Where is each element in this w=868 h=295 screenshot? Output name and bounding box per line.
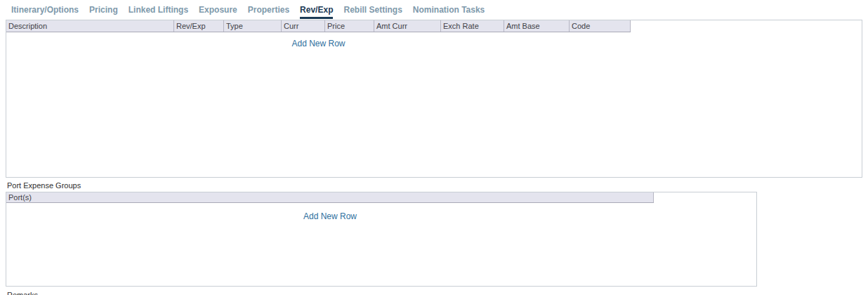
- revexp-grid-header: Description Rev/Exp Type Curr Price Amt …: [6, 20, 631, 32]
- tab-itinerary-options[interactable]: Itinerary/Options: [11, 6, 79, 18]
- port-expense-groups-grid-header: Port(s): [6, 192, 654, 203]
- revexp-add-new-row-link[interactable]: Add New Row: [291, 39, 345, 48]
- column-header-description[interactable]: Description: [6, 20, 174, 32]
- revexp-grid: Description Rev/Exp Type Curr Price Amt …: [6, 20, 862, 178]
- column-header-amt-curr[interactable]: Amt Curr: [374, 20, 441, 32]
- remarks-label: Remarks: [7, 291, 868, 295]
- tab-linked-liftings[interactable]: Linked Liftings: [129, 6, 188, 18]
- port-expense-groups-grid: Port(s) Add New Row: [6, 192, 757, 287]
- column-header-exch-rate[interactable]: Exch Rate: [441, 20, 504, 32]
- port-expense-add-row-container: Add New Row: [6, 203, 654, 222]
- tab-bar: Itinerary/Options Pricing Linked Lifting…: [0, 0, 868, 20]
- tab-properties[interactable]: Properties: [248, 6, 289, 18]
- column-header-code[interactable]: Code: [570, 20, 631, 32]
- column-header-price[interactable]: Price: [325, 20, 374, 32]
- port-expense-groups-label: Port Expense Groups: [7, 181, 868, 190]
- column-header-rev-exp[interactable]: Rev/Exp: [174, 20, 224, 32]
- column-header-curr[interactable]: Curr: [282, 20, 325, 32]
- port-expense-add-new-row-link[interactable]: Add New Row: [303, 211, 357, 221]
- tab-rebill-settings[interactable]: Rebill Settings: [343, 6, 402, 18]
- column-header-ports[interactable]: Port(s): [6, 192, 654, 202]
- tab-pricing[interactable]: Pricing: [89, 6, 118, 18]
- revexp-add-row-container: Add New Row: [6, 32, 631, 49]
- tab-rev-exp[interactable]: Rev/Exp: [300, 6, 333, 19]
- column-header-type[interactable]: Type: [224, 20, 282, 32]
- tab-nomination-tasks[interactable]: Nomination Tasks: [413, 6, 485, 18]
- tab-exposure[interactable]: Exposure: [199, 6, 237, 18]
- column-header-amt-base[interactable]: Amt Base: [504, 20, 570, 32]
